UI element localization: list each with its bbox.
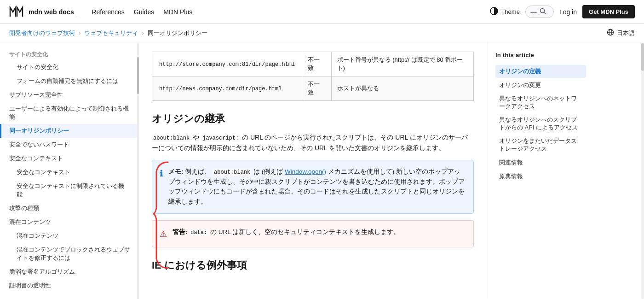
left-sidebar: サイトの安全化 サイトの安全化 フォームの自動補完を無効にするには サブリソース… [0,42,138,298]
toc-item-source[interactable]: 原典情報 [495,170,586,183]
data-url-code: data: [189,229,208,236]
page-layout: サイトの安全化 サイトの安全化 フォームの自動補完を無効にするには サブリソース… [0,42,644,298]
language-button[interactable]: 日本語 [607,29,635,37]
nav-mdn-plus[interactable]: MDN Plus [163,8,192,16]
sidebar-item-subresource[interactable]: サブリソース完全性 [0,88,138,102]
logo-underline: _ [77,8,80,16]
warning-text: data: の URL は新しく、空のセキュリティコンテキストを生成します。 [189,229,400,235]
table-row: http://store.company.com:81/dir/page.htm… [152,52,474,76]
header-actions: Theme — Log in Get MDN Plus [490,5,635,18]
toc-item-network-access[interactable]: 異なるオリジンへのネットワークアクセス [495,93,586,113]
body-text-part1: や [193,134,201,141]
toc-item-origin-def[interactable]: オリジンの定義 [495,65,586,78]
table-reason-1: ポート番号が異なる (http:// は既定で 80 番ポート) [331,52,473,76]
globe-icon [607,29,614,37]
right-scroll-thumb[interactable] [641,43,644,71]
breadcrumb: 開発者向けのウェブ技術 › ウェブセキュリティ › 同一オリジンポリシー [9,29,207,37]
search-area[interactable]: — [525,6,554,18]
inheritance-heading: オリジンの継承 [152,112,474,126]
breadcrumb-sep-1: › [79,29,80,36]
sidebar-item-weak-signature[interactable]: 脆弱な署名アルゴリズム [0,265,138,279]
sidebar-item-same-origin[interactable]: 同一オリジンポリシー [0,124,138,138]
toc-item-script-access[interactable]: 異なるオリジンへのスクリプトからの API によるアクセス [495,114,586,134]
note-content: メモ: 例えば、 about:blank は (例えば Window.open(… [168,167,466,207]
nav-guides[interactable]: Guides [134,8,154,16]
logo-text: mdn web docs [29,8,74,16]
language-label: 日本語 [617,29,635,37]
theme-icon [490,7,498,17]
javascript-code: javascript: [201,135,240,142]
table-url-2: http://news.company.com/dir/page.html [152,76,302,101]
breadcrumb-sep-2: › [142,29,144,36]
sidebar-item-site-safety[interactable]: サイトの安全化 [0,60,138,74]
main-content: http://store.company.com:81/dir/page.htm… [138,42,488,298]
sidebar-item-unsafe-password[interactable]: 安全でないパスワード [0,138,138,152]
origin-table: http://store.company.com:81/dir/page.htm… [152,52,474,101]
note-label: メモ: [168,168,184,175]
table-result-1: 不一致 [302,52,331,76]
table-reason-2: ホストが異なる [331,76,473,101]
sidebar-item-form-autocomplete[interactable]: フォームの自動補完を無効にするには [0,74,138,88]
breadcrumb-item-3: 同一オリジンポリシー [148,29,207,37]
sidebar-item-cert-transparency[interactable]: 証明書の透明性 [0,279,138,293]
ie-heading: IE における例外事項 [152,258,474,272]
sidebar-item-user-activation[interactable]: ユーザーによる有効化によって制御される機能 [0,102,138,124]
note-box: ℹ メモ: 例えば、 about:blank は (例えば Window.ope… [152,160,474,214]
inheritance-body: about:blank や javascript: の URL のページから実行… [152,132,474,153]
sidebar-item-attack-types[interactable]: 攻撃の種類 [0,201,138,215]
note-text-before: 例えば、 about:blank は (例えば Window.open() メカ… [168,168,465,205]
minus-icon: — [530,8,537,16]
svg-line-2 [544,12,546,14]
right-sidebar: In this article オリジンの定義 オリジンの変更 異なるオリジンへ… [488,42,593,298]
theme-button[interactable]: Theme [490,7,519,17]
window-open-link[interactable]: Window.open() [285,168,326,175]
get-mdn-plus-button[interactable]: Get MDN Plus [582,5,635,18]
info-icon: ℹ [160,167,163,181]
sidebar-item-mixed-content-fix[interactable]: 混在コンテンツでブロックされるウェブサイトを修正するには [0,243,138,265]
site-header: mdn web docs _ References Guides MDN Plu… [0,0,644,24]
warning-content: 警告: data: の URL は新しく、空のセキュリティコンテキストを生成しま… [172,227,400,237]
left-scroll-thumb[interactable] [137,57,139,94]
sidebar-section-title: サイトの安全化 [0,47,138,60]
toc-item-storage-access[interactable]: オリジンをまたいだデータストレージアクセス [495,135,586,155]
warning-icon: ⚠ [160,228,167,241]
sidebar-item-secure-context-sub[interactable]: 安全なコンテキスト [0,165,138,179]
toc-item-origin-change[interactable]: オリジンの変更 [495,79,586,92]
warning-box: ⚠ 警告: data: の URL は新しく、空のセキュリティコンテキストを生成… [152,220,474,248]
breadcrumb-item-1[interactable]: 開発者向けのウェブ技術 [9,29,75,37]
table-row: http://news.company.com/dir/page.html 不一… [152,76,474,101]
sidebar-item-secure-context[interactable]: 安全なコンテキスト [0,152,138,165]
toc-title: In this article [495,52,586,59]
sidebar-item-mixed-content[interactable]: 混在コンテンツ [0,215,138,229]
search-icon[interactable] [540,8,546,16]
left-scroll-track [137,43,139,298]
sidebar-item-mixed-content-sub[interactable]: 混在コンテンツ [0,229,138,243]
breadcrumb-bar: 開発者向けのウェブ技術 › ウェブセキュリティ › 同一オリジンポリシー 日本語 [0,24,644,42]
login-button[interactable]: Log in [559,8,577,16]
sidebar-item-secure-context-features[interactable]: 安全なコンテキストに制限されている機能 [0,179,138,201]
table-result-2: 不一致 [302,76,331,101]
main-nav: References Guides MDN Plus [92,8,479,16]
logo[interactable]: mdn web docs _ [9,6,80,18]
svg-point-1 [540,9,544,13]
logo-icon [9,6,26,18]
about-blank-note: about:blank [213,169,252,176]
right-scroll-track [641,43,644,298]
toc-item-related[interactable]: 関連情報 [495,156,586,169]
about-blank-code: about:blank [152,135,191,142]
theme-label: Theme [501,8,519,15]
breadcrumb-item-2[interactable]: ウェブセキュリティ [84,29,138,37]
nav-references[interactable]: References [92,8,125,16]
table-url-1: http://store.company.com:81/dir/page.htm… [152,52,302,76]
warning-label: 警告: [172,229,188,235]
